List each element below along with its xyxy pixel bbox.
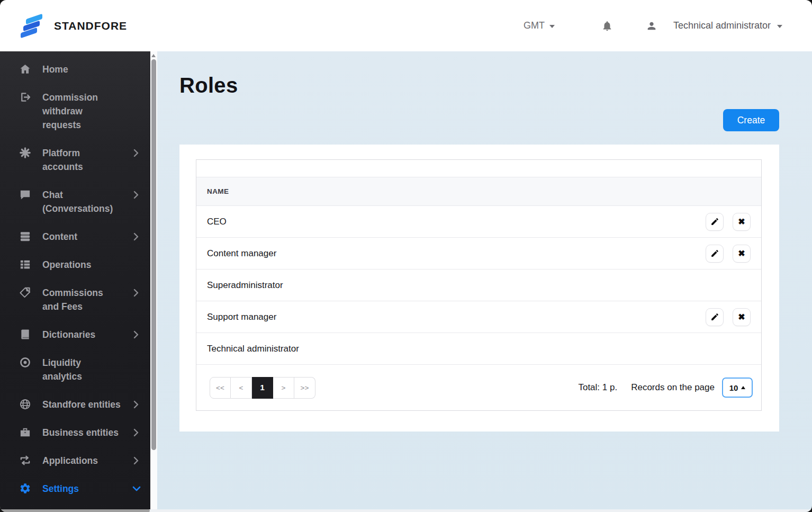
edit-button[interactable] <box>706 213 724 231</box>
sidebar-item-settings[interactable]: Settings <box>0 482 150 496</box>
commissions-icon <box>19 286 31 299</box>
timezone-label: GMT <box>524 20 545 31</box>
main-content: Roles Create NAME CEO <box>157 51 812 512</box>
applications-icon <box>19 454 31 466</box>
sidebar-item-commission-withdraw-requests[interactable]: Commission withdraw requests <box>0 91 150 132</box>
pagination-page-1-button[interactable]: 1 <box>252 377 273 399</box>
timezone-dropdown[interactable]: GMT <box>524 20 555 31</box>
table-toolbar-row <box>196 160 761 177</box>
chevron-right-icon <box>132 456 140 465</box>
pencil-icon <box>710 217 719 226</box>
chevron-right-icon <box>132 148 140 158</box>
scrollbar-thumb[interactable] <box>151 59 156 450</box>
roles-table: NAME CEO ✖ Content manager <box>196 159 762 411</box>
column-header-name: NAME <box>207 187 229 195</box>
table-row[interactable]: Superadministrator ✖ <box>196 270 761 301</box>
business-entities-icon <box>19 426 31 438</box>
sidebar-item-standfore-entities[interactable]: Standfore entities <box>0 398 150 411</box>
delete-button[interactable]: ✖ <box>733 308 751 326</box>
sidebar-item-platform-accounts[interactable]: Platform accounts <box>0 146 150 174</box>
horizontal-scrollbar[interactable] <box>0 509 812 512</box>
table-footer: << < 1 > >> Total: 1 p. Records on the p… <box>196 365 761 410</box>
table-row[interactable]: CEO ✖ <box>196 206 761 238</box>
chevron-right-icon <box>132 330 140 339</box>
user-name: Technical administrator <box>673 20 771 31</box>
total-pages-label: Total: 1 p. <box>578 382 617 393</box>
settings-gear-icon <box>19 482 31 495</box>
brand: STANDFORE <box>20 13 127 39</box>
operations-icon <box>19 258 31 271</box>
chevron-down-icon <box>132 484 141 493</box>
withdraw-icon <box>19 91 31 103</box>
bell-icon <box>601 20 613 32</box>
home-icon <box>19 63 31 75</box>
delete-button[interactable]: ✖ <box>733 213 751 231</box>
caret-down-icon <box>549 25 555 28</box>
standfore-entities-icon <box>19 398 31 410</box>
edit-button[interactable] <box>706 245 724 263</box>
brand-name: STANDFORE <box>54 20 127 32</box>
chat-icon <box>19 188 31 201</box>
chevron-right-icon <box>132 190 140 200</box>
pagination-prev-button[interactable]: < <box>231 377 252 399</box>
sidebar-item-chat-conversations[interactable]: Chat (Conversations) <box>0 188 150 215</box>
caret-down-icon <box>777 25 782 28</box>
scroll-up-arrow-icon[interactable] <box>151 54 156 57</box>
pencil-icon <box>710 312 719 321</box>
sidebar: Home Commission withdraw requests Platfo… <box>0 51 150 512</box>
chevron-right-icon <box>132 288 140 298</box>
x-icon: ✖ <box>738 218 745 226</box>
caret-up-icon <box>741 386 745 389</box>
pagination: << < 1 > >> <box>210 377 315 399</box>
records-per-page-label: Records on the page <box>631 382 715 393</box>
dictionaries-icon <box>19 328 31 340</box>
create-button[interactable]: Create <box>723 109 779 131</box>
page-title: Roles <box>179 74 779 97</box>
horizontal-scrollbar-thumb[interactable] <box>1 509 150 512</box>
chevron-right-icon <box>132 428 140 437</box>
standfore-logo-icon <box>20 13 43 39</box>
pencil-icon <box>710 249 719 258</box>
sidebar-item-commissions-and-fees[interactable]: Commissions and Fees <box>0 286 150 313</box>
top-header: STANDFORE GMT Technical administrator <box>0 0 812 51</box>
platform-accounts-icon <box>19 147 31 159</box>
pagination-first-button[interactable]: << <box>210 377 231 399</box>
chevron-right-icon <box>132 232 140 241</box>
pagination-next-button[interactable]: > <box>273 377 294 399</box>
table-row[interactable]: Content manager ✖ <box>196 238 761 270</box>
sidebar-item-liquidity-analytics[interactable]: Liquidity analytics <box>0 356 150 383</box>
sidebar-item-home[interactable]: Home <box>0 62 150 76</box>
sidebar-scrollbar[interactable] <box>150 51 157 512</box>
app-window: STANDFORE GMT Technical administrator <box>0 0 812 512</box>
sidebar-item-dictionaries[interactable]: Dictionaries <box>0 328 150 342</box>
user-menu[interactable]: Technical administrator <box>646 20 782 32</box>
chevron-right-icon <box>132 400 140 409</box>
table-row[interactable]: Support manager ✖ <box>196 301 761 333</box>
user-icon <box>646 20 657 32</box>
sidebar-item-operations[interactable]: Operations <box>0 258 150 272</box>
x-icon: ✖ <box>738 249 745 258</box>
sidebar-item-business-entities[interactable]: Business entities <box>0 426 150 439</box>
liquidity-icon <box>19 356 31 369</box>
table-header-row: NAME <box>196 177 761 206</box>
delete-button[interactable]: ✖ <box>733 245 751 263</box>
sidebar-item-applications[interactable]: Applications <box>0 454 150 468</box>
sidebar-item-content[interactable]: Content <box>0 230 150 244</box>
notifications-button[interactable] <box>601 20 613 32</box>
edit-button[interactable] <box>706 308 724 326</box>
x-icon: ✖ <box>738 313 745 321</box>
roles-card: NAME CEO ✖ Content manager <box>179 145 779 432</box>
page-size-dropdown[interactable]: 10 <box>722 378 753 398</box>
pagination-last-button[interactable]: >> <box>294 377 315 399</box>
table-row[interactable]: Technical administrator ✖ <box>196 333 761 365</box>
content-icon <box>19 230 31 242</box>
